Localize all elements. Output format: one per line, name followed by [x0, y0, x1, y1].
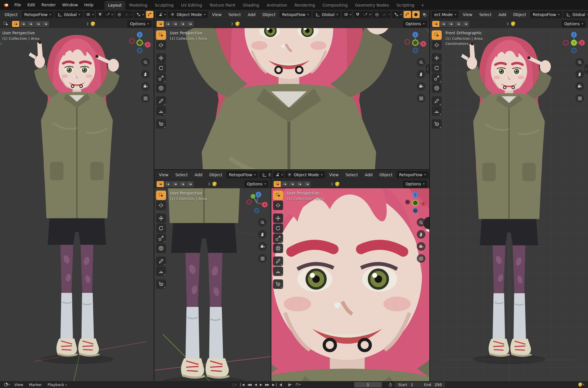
menu-add[interactable]: Add	[362, 171, 375, 178]
transform-orientation-dropdown[interactable]: Global▾	[563, 11, 588, 18]
gizmos-toggle[interactable]	[404, 11, 411, 18]
measure-tool[interactable]	[273, 266, 283, 276]
prev-keyframe-button[interactable]: ◀◀	[246, 382, 252, 387]
select-subtract-button[interactable]	[289, 181, 296, 187]
select-extend-button[interactable]	[20, 21, 27, 27]
camera-view-icon[interactable]	[258, 242, 267, 251]
overlays-toggle[interactable]	[412, 11, 420, 18]
move-tool[interactable]	[273, 213, 283, 223]
editor-type-dropdown[interactable]: ▾	[156, 11, 167, 18]
perspective-toggle-icon[interactable]	[417, 254, 425, 263]
menu-view[interactable]: View	[460, 11, 475, 18]
options-dropdown[interactable]: Options▾	[244, 181, 268, 188]
jump-to-end-button[interactable]: ▶	[271, 382, 277, 387]
tab-texture-paint[interactable]: Texture Paint	[206, 1, 239, 10]
menu-object[interactable]: Object	[377, 171, 396, 178]
show-gizmo-dropdown[interactable]: ▾	[392, 11, 402, 18]
menu-add[interactable]: Add	[192, 171, 205, 178]
menu-object[interactable]: Object	[2, 11, 21, 18]
select-subtract-button[interactable]	[172, 181, 179, 187]
tab-modeling[interactable]: Modeling	[125, 1, 151, 10]
zoom-icon[interactable]	[417, 58, 425, 66]
retopoflow-dropdown[interactable]: RetopoFlow▾	[22, 11, 54, 18]
measure-tool[interactable]	[432, 106, 442, 116]
move-tool[interactable]	[432, 53, 442, 63]
retopoflow-dropdown[interactable]: RetopoFlow▾	[396, 171, 428, 178]
editor-type-dropdown[interactable]: ▾	[273, 171, 284, 178]
navigation-gizmo[interactable]: Z X	[128, 31, 151, 54]
menu-edit[interactable]: Edit	[24, 1, 38, 8]
transform-orientation-dropdown[interactable]: Global▾	[313, 11, 341, 18]
mode-dropdown[interactable]: ect Mode▾	[432, 11, 459, 18]
cursor-tool[interactable]	[156, 40, 166, 50]
tab-uv-editing[interactable]: UV Editing	[177, 1, 206, 10]
navigation-gizmo[interactable]: Z X	[245, 191, 268, 215]
add-workspace-button[interactable]: +	[418, 1, 427, 10]
retopoflow-launcher[interactable]: ❯	[86, 21, 96, 27]
frame-step-back-button[interactable]: ◀▏	[278, 382, 285, 387]
transform-tool[interactable]	[156, 83, 166, 93]
pan-hand-icon[interactable]	[417, 230, 425, 239]
perspective-toggle-icon[interactable]	[141, 94, 150, 103]
timeline-menu-view[interactable]: View	[12, 382, 26, 387]
snap-group[interactable]: ▾	[96, 11, 114, 18]
retopoflow-launcher[interactable]: ❯	[208, 181, 217, 187]
viewport-left-canvas[interactable]: User Perspective (1) Collection | Area ›…	[0, 28, 154, 381]
sidebar-expand-chevron[interactable]: ‹	[426, 64, 429, 74]
timeline-editor-dropdown[interactable]: ▾	[2, 382, 11, 387]
timeline-menu-marker[interactable]: Marker	[26, 382, 44, 387]
measure-tool[interactable]	[156, 266, 166, 276]
menu-help[interactable]: Help	[81, 1, 96, 8]
use-preview-range-toggle[interactable]	[387, 382, 394, 387]
current-frame-field[interactable]: 1	[354, 382, 382, 387]
transform-tool[interactable]	[156, 244, 166, 253]
mode-dropdown[interactable]: Object Mode▾	[168, 11, 208, 18]
tab-rendering[interactable]: Rendering	[291, 1, 319, 10]
zoom-icon[interactable]	[575, 58, 584, 66]
viewport-right-canvas[interactable]: Front Orthographic (1) Collection | Area…	[430, 28, 588, 381]
scale-tool[interactable]	[273, 234, 283, 243]
viewport-bottom-left-canvas[interactable]: User Perspective (1) Collection | Area	[154, 188, 271, 381]
proportional-edit-group[interactable]: ▾	[115, 11, 133, 18]
camera-view-icon[interactable]	[417, 242, 425, 251]
add-cube-tool[interactable]	[432, 119, 442, 129]
select-intersect-button[interactable]	[303, 181, 311, 187]
menu-view[interactable]: View	[326, 171, 341, 178]
retopoflow-launcher[interactable]: ❯	[231, 21, 240, 27]
select-box-tool[interactable]	[156, 191, 166, 200]
menu-view[interactable]: View	[156, 171, 171, 178]
select-subtract-button[interactable]	[172, 21, 179, 27]
rotate-tool[interactable]	[156, 224, 166, 233]
select-extend-button[interactable]	[164, 181, 171, 187]
pan-hand-icon[interactable]	[575, 70, 584, 79]
select-subtract-button[interactable]	[27, 21, 34, 27]
select-set-button[interactable]	[432, 21, 439, 27]
select-subtract-button[interactable]	[447, 21, 454, 27]
cursor-tool[interactable]	[273, 201, 283, 210]
menu-window[interactable]: Window	[59, 1, 81, 8]
select-extend-button[interactable]	[164, 21, 171, 27]
retopoflow-launcher[interactable]: ❯	[331, 181, 340, 187]
perspective-toggle-icon[interactable]	[258, 254, 267, 263]
rotate-tool[interactable]	[273, 224, 283, 233]
menu-file[interactable]: File	[11, 1, 24, 8]
select-box-tool[interactable]	[156, 30, 166, 40]
add-cube-tool[interactable]	[156, 279, 166, 289]
move-tool[interactable]	[156, 53, 166, 63]
select-intersect-button[interactable]	[186, 181, 194, 187]
sidebar-expand-chevron[interactable]: ‹	[584, 64, 588, 74]
select-extend-button[interactable]	[281, 181, 288, 187]
tab-animation[interactable]: Animation	[263, 1, 291, 10]
select-invert-button[interactable]	[296, 181, 303, 187]
jump-to-start-button[interactable]: ◀	[239, 382, 245, 387]
tab-sculpting[interactable]: Sculpting	[151, 1, 177, 10]
tab-layout[interactable]: Layout	[104, 1, 126, 10]
proportional-edit-group[interactable]: ▾	[373, 11, 391, 18]
select-extend-button[interactable]	[440, 21, 447, 27]
cursor-tool[interactable]	[156, 201, 166, 210]
scale-tool[interactable]	[156, 234, 166, 243]
show-gizmo-dropdown[interactable]: ▾	[134, 11, 145, 18]
tab-scripting[interactable]: Scripting	[393, 1, 418, 10]
menu-object[interactable]: Object	[260, 11, 279, 18]
camera-view-icon[interactable]	[575, 82, 584, 91]
